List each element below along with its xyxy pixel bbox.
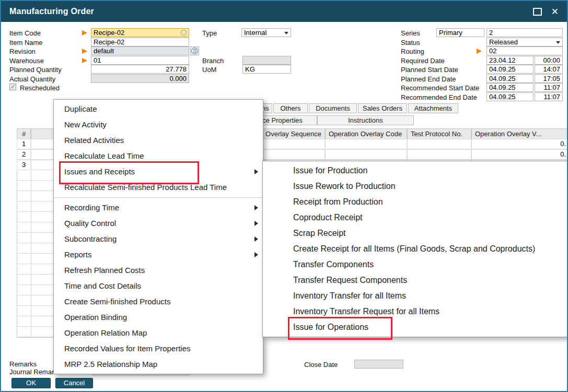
menu-item-quality-control[interactable]: Quality Control (54, 216, 263, 231)
uom-label: UoM (202, 66, 216, 74)
close-date-label: Close Date (304, 361, 338, 369)
recommended-end-time-field[interactable]: 11:07 (535, 92, 563, 101)
warehouse-label: Warehouse (9, 57, 44, 65)
branch-field[interactable] (242, 56, 291, 65)
status-label: Status (401, 39, 420, 46)
grid-row-strip[interactable] (17, 170, 54, 338)
submenu-item-receipt-from-production[interactable]: Receipt from Production (263, 194, 568, 210)
recommended-end-date-field[interactable]: 04.09.25 (486, 92, 534, 101)
menu-item-related-activities[interactable]: Related Activities (54, 133, 263, 148)
submenu-item-coproduct-receipt[interactable]: Coproduct Receipt (263, 210, 568, 225)
routing-field[interactable]: 02 (486, 46, 563, 55)
menu-item-recalculate-semi-finished[interactable]: Recalculate Semi-finished Products Lead … (54, 180, 263, 195)
revision-field[interactable]: default (91, 46, 189, 55)
routing-link-arrow[interactable] (477, 49, 482, 54)
window-controls (533, 7, 559, 16)
submenu-item-create-receipt-all-items[interactable]: Create Receipt for all Items (Final Good… (263, 241, 568, 257)
planned-end-time-field[interactable]: 17:05 (535, 74, 563, 83)
item-code-field[interactable]: Recipe-02 (91, 28, 189, 37)
menu-item-refresh-planned-costs[interactable]: Refresh Planned Costs (54, 263, 263, 278)
grid-row-number[interactable]: 1 (17, 139, 31, 149)
choose-from-list-circle-icon[interactable] (181, 30, 187, 35)
menu-item-operation-relation-map[interactable]: Operation Relation Map (54, 325, 263, 341)
menu-item-label: Recalculate Lead Time (64, 151, 144, 160)
grid-cell-overlay-value[interactable]: 0. (471, 139, 568, 149)
grid-cell-overlay-value[interactable]: 0. (471, 149, 568, 160)
submenu-item-inventory-transfer-all-items[interactable]: Inventory Transfer for all Items (263, 288, 568, 304)
menu-item-label: Inventory Transfer for all Items (293, 291, 406, 300)
menu-item-label: Refresh Planned Costs (64, 266, 145, 275)
actual-quantity-field[interactable]: 0.000 (91, 74, 189, 83)
item-name-field[interactable]: Recipe-02 (91, 38, 189, 46)
warehouse-link-arrow[interactable] (82, 58, 87, 63)
required-date-field[interactable]: 23.04.12 (486, 56, 534, 65)
uom-field[interactable]: KG (242, 65, 291, 74)
revision-link-arrow[interactable] (82, 49, 87, 54)
series-number-field[interactable]: 2 (486, 28, 563, 37)
menu-item-new-activity[interactable]: New Activity (54, 117, 263, 133)
revision-list-button[interactable] (190, 46, 199, 55)
grid-cell[interactable] (325, 149, 407, 160)
actual-quantity-label: Actual Quantity (9, 75, 55, 83)
grid-row-number[interactable]: 3 (17, 160, 31, 170)
required-time-field[interactable]: 00:00 (535, 56, 563, 65)
check-icon (10, 84, 16, 90)
status-dropdown[interactable]: Released (486, 38, 563, 46)
recommended-start-time-field[interactable]: 11:07 (535, 83, 563, 92)
grid-cell[interactable] (407, 149, 471, 160)
submenu-item-scrap-receipt[interactable]: Scrap Receipt (263, 225, 568, 241)
planned-start-time-field[interactable]: 14:07 (535, 65, 563, 74)
planned-start-date-field[interactable]: 04.09.25 (486, 65, 534, 74)
close-date-field[interactable] (354, 360, 403, 369)
submenu-item-issue-rework-to-production[interactable]: Issue Rework to Production (263, 179, 568, 194)
menu-item-recorded-values-item-properties[interactable]: Recorded Values for Item Properties (54, 341, 263, 357)
menu-item-duplicate[interactable]: Duplicate (54, 101, 263, 117)
menu-item-label: Issue Rework to Production (293, 182, 396, 191)
planned-end-date-field[interactable]: 04.09.25 (486, 74, 534, 83)
menu-item-recording-time[interactable]: Recording Time (54, 200, 263, 216)
planned-quantity-label: Planned Quantity (9, 66, 62, 74)
menu-item-mrp-relationship-map[interactable]: MRP 2.5 Relationship Map (54, 357, 263, 372)
item-code-link-arrow[interactable] (82, 30, 87, 35)
cancel-button[interactable]: Cancel (55, 378, 93, 388)
grid-cell[interactable] (325, 139, 407, 149)
recommended-start-date-field[interactable]: 04.09.25 (486, 83, 534, 92)
submenu-item-inventory-transfer-request-all-items[interactable]: Inventory Transfer Request for all Items (263, 304, 568, 319)
close-icon[interactable] (551, 7, 559, 16)
menu-item-issues-and-receipts[interactable]: Issues and Receipts (54, 164, 263, 180)
grid-col-operation-overlay-value[interactable]: Operation Overlay V... (471, 128, 568, 139)
tab-sales-orders[interactable]: Sales Orders (358, 103, 407, 113)
menu-item-recalculate-lead-time[interactable]: Recalculate Lead Time (54, 148, 263, 164)
series-field[interactable]: Primary (436, 28, 484, 37)
submenu-item-transfer-request-components[interactable]: Transfer Request Components (263, 272, 568, 288)
menu-item-reports[interactable]: Reports (54, 247, 263, 263)
menu-item-label: Recording Time (64, 203, 119, 212)
grid-col-test-protocol-no[interactable]: Test Protocol No. (407, 128, 471, 139)
warehouse-field[interactable]: 01 (91, 56, 189, 65)
grid-cell[interactable] (407, 139, 471, 149)
issues-and-receipts-submenu: Issue for Production Issue Rework to Pro… (262, 161, 568, 337)
recommended-start-date-label: Recommended Start Date (401, 84, 479, 92)
type-dropdown[interactable]: Internal (241, 28, 291, 37)
menu-item-subcontracting[interactable]: Subcontracting (54, 231, 263, 247)
tab-others[interactable]: Others (273, 103, 308, 113)
subtab-instructions[interactable]: Instructions (317, 115, 414, 125)
ok-button[interactable]: OK (11, 378, 51, 388)
rescheduled-checkbox[interactable] (9, 84, 16, 90)
grid-col-operation-overlay-code[interactable]: Operation Overlay Code (325, 128, 407, 139)
submenu-item-issue-for-production[interactable]: Issue for Production (263, 163, 568, 179)
chevron-down-icon[interactable] (556, 41, 560, 44)
planned-quantity-field[interactable]: 27.778 (91, 65, 189, 74)
rescheduled-label: Rescheduled (20, 84, 60, 92)
menu-item-operation-binding[interactable]: Operation Binding (54, 310, 263, 325)
submenu-item-issue-for-operations[interactable]: Issue for Operations (263, 319, 568, 335)
menu-item-create-semi-finished-products[interactable]: Create Semi-finished Products (54, 294, 263, 310)
chevron-down-icon[interactable] (284, 32, 288, 34)
grid-row-number[interactable]: 2 (17, 149, 31, 160)
submenu-item-transfer-components[interactable]: Transfer Components (263, 257, 568, 272)
tab-documents[interactable]: Documents (309, 103, 357, 113)
menu-item-time-and-cost-details[interactable]: Time and Cost Details (54, 278, 263, 294)
planned-start-date-value: 04.09.25 (489, 65, 516, 73)
tab-attachments[interactable]: Attachments (408, 103, 458, 113)
maximize-icon[interactable] (533, 8, 542, 16)
